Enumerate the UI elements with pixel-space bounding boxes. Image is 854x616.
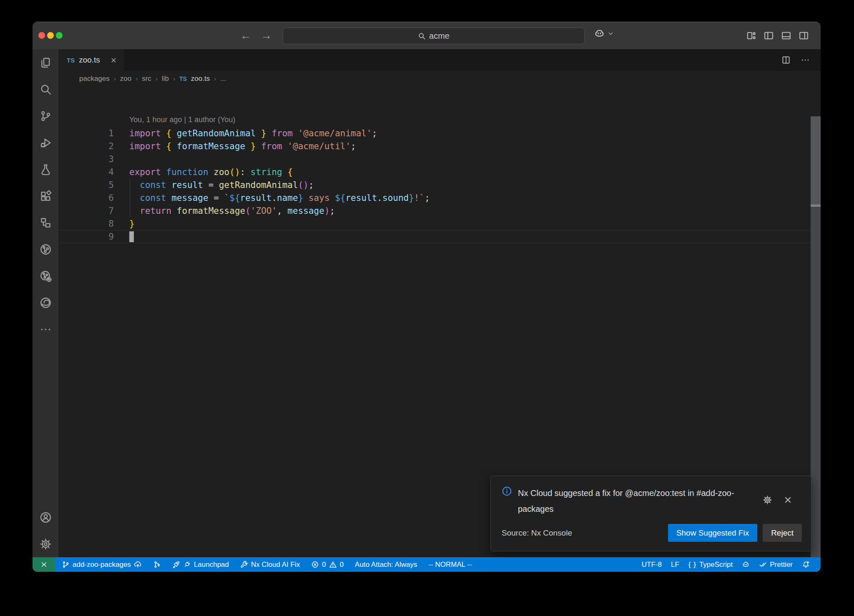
editor-scrollbar[interactable] bbox=[811, 116, 821, 557]
activity-item-explorer[interactable] bbox=[33, 49, 58, 76]
code-line[interactable]: 8} bbox=[58, 217, 821, 230]
breadcrumb-tail[interactable]: ... bbox=[220, 75, 226, 83]
activity-item-nx-console[interactable] bbox=[33, 236, 58, 263]
line-number: 4 bbox=[58, 167, 114, 177]
activity-item-more[interactable] bbox=[33, 316, 58, 343]
breadcrumb-file[interactable]: zoo.ts bbox=[191, 75, 210, 83]
line-number: 1 bbox=[58, 128, 114, 138]
typescript-file-icon: TS bbox=[179, 75, 187, 82]
activity-item-source-control[interactable] bbox=[33, 103, 58, 129]
code-line[interactable]: 9 bbox=[58, 230, 821, 243]
encoding-status-label: UTF-8 bbox=[642, 561, 662, 569]
breadcrumb-separator: › bbox=[136, 75, 138, 82]
edge-tools-icon bbox=[40, 297, 52, 309]
language-status[interactable]: { }TypeScript bbox=[688, 561, 733, 569]
remote-indicator[interactable] bbox=[33, 557, 55, 572]
notification-settings-icon[interactable] bbox=[763, 495, 772, 505]
toggle-panel-bottom-icon[interactable] bbox=[781, 30, 791, 41]
problems-status[interactable]: 00 bbox=[311, 561, 344, 569]
tab-close-icon[interactable] bbox=[110, 57, 117, 64]
formatter-status-label: Prettier bbox=[770, 561, 793, 569]
breadcrumb-item[interactable]: lib bbox=[162, 75, 169, 83]
nx-cloud-ai-fix-status[interactable]: Nx Cloud AI Fix bbox=[240, 561, 300, 569]
breadcrumb-separator: › bbox=[114, 75, 116, 82]
launchpad-status-label: Launchpad bbox=[194, 561, 229, 569]
activity-item-extensions[interactable] bbox=[33, 183, 58, 209]
customize-layout-icon[interactable] bbox=[746, 30, 756, 41]
auto-attach-status[interactable]: Auto Attach: Always bbox=[355, 561, 417, 569]
line-number: 8 bbox=[58, 219, 114, 229]
account-icon bbox=[40, 511, 52, 523]
auto-attach-status-label: Auto Attach: Always bbox=[355, 561, 417, 569]
code-line[interactable]: 3 bbox=[58, 153, 821, 165]
code-line[interactable]: 2import { formatMessage } from '@acme/ut… bbox=[58, 140, 821, 153]
indent-guide bbox=[130, 178, 130, 217]
split-editor-icon[interactable] bbox=[781, 55, 791, 65]
notification-close-icon[interactable] bbox=[783, 495, 793, 505]
code-line[interactable]: 6 const message = `${result.name} says $… bbox=[58, 191, 821, 204]
cloud-upload-icon bbox=[134, 561, 142, 568]
git-blame-lens[interactable]: You, 1 hour ago | 1 author (You) bbox=[129, 115, 236, 124]
vim-mode-status[interactable]: -- NORMAL -- bbox=[428, 561, 472, 569]
show-suggested-fix-button[interactable]: Show Suggested Fix bbox=[668, 524, 757, 542]
toggle-panel-right-icon[interactable] bbox=[799, 30, 809, 41]
warning-icon bbox=[329, 561, 337, 568]
title-bar: ← → acme bbox=[33, 22, 821, 49]
activity-item-settings[interactable] bbox=[33, 531, 58, 557]
activity-item-workspace[interactable] bbox=[33, 209, 58, 236]
copilot-menu[interactable] bbox=[594, 28, 614, 39]
toggle-panel-left-icon[interactable] bbox=[764, 30, 774, 41]
copilot-status[interactable] bbox=[742, 561, 750, 568]
error-icon bbox=[311, 561, 319, 568]
notifications-status[interactable] bbox=[802, 561, 810, 568]
notification-source: Source: Nx Console bbox=[502, 528, 572, 538]
formatter-status[interactable]: Prettier bbox=[759, 561, 793, 569]
activity-bar bbox=[33, 49, 58, 557]
back-arrow-icon[interactable]: ← bbox=[240, 29, 251, 42]
info-icon bbox=[502, 486, 512, 496]
code-text: import { formatMessage } from '@acme/uti… bbox=[114, 141, 356, 151]
minimize-window-button[interactable] bbox=[47, 32, 54, 39]
zoom-window-button[interactable] bbox=[56, 32, 63, 39]
breadcrumb-item[interactable]: src bbox=[142, 75, 151, 83]
tab-zoo-ts[interactable]: TS zoo.ts bbox=[58, 49, 124, 71]
branch-status[interactable]: add-zoo-packages bbox=[62, 561, 142, 569]
activity-item-nx-cloud[interactable] bbox=[33, 263, 58, 289]
code-line[interactable]: 4export function zoo(): string { bbox=[58, 165, 821, 178]
code-text: export function zoo(): string { bbox=[114, 167, 293, 177]
breadcrumb-item[interactable]: zoo bbox=[120, 75, 131, 83]
bell-dot-icon bbox=[802, 561, 810, 568]
explorer-icon bbox=[40, 57, 52, 69]
more-actions-icon[interactable] bbox=[801, 55, 810, 65]
notification-message: Nx Cloud suggested a fix for @acme/zoo:t… bbox=[518, 485, 762, 517]
encoding-status[interactable]: UTF-8 bbox=[642, 561, 662, 569]
code-line[interactable]: 5 const result = getRandomAnimal(); bbox=[58, 178, 821, 191]
workspace-icon bbox=[40, 217, 52, 229]
eol-status[interactable]: LF bbox=[671, 561, 679, 569]
rocket-icon bbox=[172, 561, 180, 568]
launchpad-status[interactable]: Launchpad bbox=[172, 561, 229, 569]
reject-button[interactable]: Reject bbox=[763, 524, 802, 542]
code-line[interactable]: 7 return formatMessage('ZOO', message); bbox=[58, 204, 821, 217]
nx-console-icon bbox=[40, 243, 52, 255]
forward-arrow-icon[interactable]: → bbox=[261, 29, 272, 42]
nx-status[interactable] bbox=[153, 561, 161, 568]
editor-cursor bbox=[129, 231, 134, 242]
vim-mode-status-label: -- NORMAL -- bbox=[428, 561, 472, 569]
notification-toast: Nx Cloud suggested a fix for @acme/zoo:t… bbox=[490, 476, 811, 551]
line-number: 3 bbox=[58, 154, 114, 164]
language-status-label: TypeScript bbox=[699, 561, 733, 569]
activity-item-account[interactable] bbox=[33, 504, 58, 531]
vscode-window: ← → acme TS zoo.ts bbox=[33, 22, 821, 572]
code-line[interactable]: 1import { getRandomAnimal } from '@acme/… bbox=[58, 127, 821, 140]
branch-status-label: add-zoo-packages bbox=[73, 561, 131, 569]
activity-item-testing[interactable] bbox=[33, 156, 58, 183]
activity-item-run-debug[interactable] bbox=[33, 129, 58, 156]
activity-item-edge-tools[interactable] bbox=[33, 289, 58, 316]
close-window-button[interactable] bbox=[38, 32, 45, 39]
activity-item-search[interactable] bbox=[33, 76, 58, 103]
command-center-search[interactable]: acme bbox=[283, 28, 585, 44]
source-control-icon bbox=[40, 110, 52, 122]
breadcrumb-item[interactable]: packages bbox=[79, 75, 110, 83]
testing-icon bbox=[40, 163, 52, 175]
